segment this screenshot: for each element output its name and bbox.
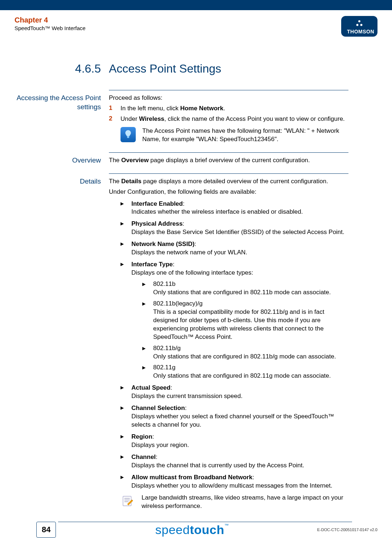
txt: Only stations that are configured in 802… — [153, 353, 336, 360]
triangle-icon: ▶ — [121, 260, 126, 380]
svg-rect-4 — [123, 496, 131, 505]
top-bar — [0, 0, 392, 10]
section-heading: 4.6.5 Access Point Settings — [0, 62, 392, 75]
svg-point-2 — [360, 24, 363, 26]
txt: page displays a brief overview of the cu… — [149, 157, 310, 164]
bullet-body: Region:Displays your region. — [131, 433, 189, 450]
step-2-text: Under Wireless, click the name of the Ac… — [121, 115, 345, 123]
sub-body: 802.11b/gOnly stations that are configur… — [153, 344, 336, 361]
block-accessing: Accessing the Access Point settings Proc… — [0, 90, 348, 149]
thomson-logo-icon — [355, 20, 363, 28]
txt-bold: Interface Enabled — [131, 200, 183, 207]
txt: . — [223, 105, 225, 112]
txt-bold: Overview — [121, 157, 149, 164]
body-details: The Details page displays a more detaile… — [109, 173, 348, 516]
chapter-subtitle: SpeedTouch™ Web Interface — [15, 25, 86, 31]
step-1-text: In the left menu, click Home Network. — [121, 104, 225, 113]
triangle-icon: ▶ — [121, 384, 126, 401]
txt: Displays the current transmission speed. — [131, 393, 242, 399]
bullet-body: Interface Enabled:Indicates whether the … — [131, 200, 303, 217]
txt: Indicates whether the wireless interface… — [131, 208, 303, 215]
triangle-icon: ▶ — [121, 200, 126, 217]
triangle-icon: ▶ — [121, 220, 126, 237]
txt: Displays the Base Service Set Identifier… — [131, 229, 344, 235]
txt: page displays a more detailed overview o… — [142, 178, 328, 185]
bullet-body: Interface Type: Displays one of the foll… — [131, 260, 348, 380]
triangle-icon: ▶ — [121, 240, 126, 257]
body-accessing: Proceed as follows: 1 In the left menu, … — [109, 90, 348, 149]
triangle-icon: ▶ — [142, 300, 147, 341]
block-details: Details The Details page displays a more… — [0, 173, 348, 516]
txt-bold: Allow multicast from Broadband Network — [131, 474, 252, 481]
lightbulb-icon — [121, 127, 136, 142]
bullet-body: Physical Address:Displays the Base Servi… — [131, 220, 344, 237]
triangle-icon: ▶ — [121, 433, 126, 450]
txt: Displays one of the following interface … — [131, 269, 253, 276]
txt-bold: Physical Address — [131, 220, 183, 227]
step-2-num: 2 — [109, 115, 115, 123]
field-network-name: ▶ Network Name (SSID):Displays the netwo… — [121, 240, 348, 257]
txt: The — [109, 157, 121, 164]
txt: Displays the channel that is currently u… — [131, 462, 304, 469]
svg-point-0 — [358, 20, 360, 22]
label-overview: Overview — [0, 152, 109, 170]
thomson-logo-text: THOMSON — [347, 29, 372, 34]
page-footer: 84 speedtouch™ E-DOC-CTC-20051017-0147 v… — [0, 522, 392, 538]
step-2: 2 Under Wireless, click the name of the … — [109, 115, 348, 123]
txt: Displays your region. — [131, 442, 189, 448]
note: Large bandwidth streams, like video stre… — [121, 494, 348, 510]
txt: Only stations that are configured in 802… — [153, 289, 331, 296]
logo-part-b: touch — [190, 523, 224, 537]
field-interface-type: ▶ Interface Type: Displays one of the fo… — [121, 260, 348, 380]
svg-point-1 — [356, 24, 359, 26]
triangle-icon: ▶ — [121, 473, 126, 490]
speedtouch-logo: speedtouch™ — [67, 523, 317, 537]
txt-bold: Region — [131, 433, 152, 440]
page-header: Chapter 4 SpeedTouch™ Web Interface THOM… — [0, 10, 392, 37]
bullet-body: Actual Speed:Displays the current transm… — [131, 384, 242, 401]
triangle-icon: ▶ — [142, 364, 147, 380]
txt-bold: Actual Speed — [131, 384, 171, 391]
txt: 802.11b — [153, 280, 175, 287]
note-icon — [121, 494, 135, 508]
note-text: Large bandwidth streams, like video stre… — [142, 494, 348, 510]
txt: The — [109, 178, 121, 185]
triangle-icon: ▶ — [121, 404, 126, 429]
step-1-num: 1 — [109, 104, 115, 113]
field-physical-address: ▶ Physical Address:Displays the Base Ser… — [121, 220, 348, 237]
bullet-body: Channel:Displays the channel that is cur… — [131, 453, 304, 470]
txt: , click the name of the Access Point you… — [164, 115, 345, 122]
section-title: Access Point Settings — [109, 62, 221, 75]
txt: Under — [121, 115, 139, 122]
logo-part-a: speed — [155, 523, 190, 537]
label-accessing: Accessing the Access Point settings — [0, 90, 109, 149]
tip: The Access Point names have the followin… — [121, 127, 348, 144]
txt: Displays whether you to allow/deny multi… — [131, 482, 332, 489]
txt-bold: Details — [121, 178, 142, 185]
txt: Only stations that are configured in 802… — [153, 372, 331, 379]
bullet-body: Channel Selection:Displays whether you s… — [131, 404, 348, 429]
logo-tm: ™ — [224, 523, 229, 528]
txt-bold: Interface Type — [131, 261, 173, 268]
svg-rect-3 — [127, 136, 129, 138]
header-left: Chapter 4 SpeedTouch™ Web Interface — [15, 16, 86, 31]
txt-bold: Channel — [131, 454, 156, 460]
txt: 802.11b(legacy)/g — [153, 300, 203, 307]
sub-body: 802.11b(legacy)/gThis is a special compa… — [153, 300, 348, 341]
txt: Displays the network name of your WLAN. — [131, 249, 247, 256]
triangle-icon: ▶ — [121, 453, 126, 470]
details-intro: The Details page displays a more detaile… — [109, 177, 348, 186]
txt: In the left menu, click — [121, 105, 180, 112]
content: Accessing the Access Point settings Proc… — [0, 90, 392, 516]
triangle-icon: ▶ — [142, 280, 147, 297]
bullet-body: Network Name (SSID):Displays the network… — [131, 240, 247, 257]
txt: 802.11g — [153, 364, 175, 371]
thomson-logo: THOMSON — [341, 16, 377, 37]
txt: This is a special compatibility mode for… — [153, 308, 324, 340]
txt-bold: Channel Selection — [131, 405, 185, 411]
txt-bold: Wireless — [139, 115, 164, 122]
section-number: 4.6.5 — [0, 62, 109, 75]
bullet-body: Allow multicast from Broadband Network:D… — [131, 473, 332, 490]
field-region: ▶ Region:Displays your region. — [121, 433, 348, 450]
block-overview: Overview The Overview page displays a br… — [0, 152, 348, 170]
